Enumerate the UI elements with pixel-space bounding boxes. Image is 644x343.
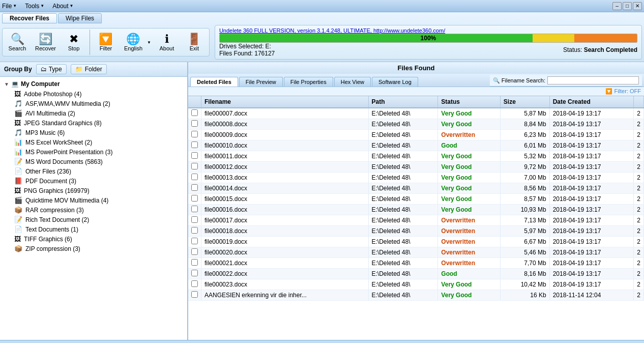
filter-button[interactable]: 🔽 Filter — [93, 33, 119, 52]
group-by-folder-button[interactable]: 📁 Folder — [71, 64, 107, 74]
row-checkbox[interactable] — [191, 280, 198, 287]
tree-item-icon: 🖼 — [14, 235, 21, 243]
stop-button[interactable]: ✖ Stop — [61, 33, 86, 52]
row-checkbox[interactable] — [191, 291, 198, 298]
language-button[interactable]: 🌐 English — [121, 33, 146, 52]
tree-item[interactable]: 🎵ASF,WMA,WMV Multimedia (2) — [0, 99, 187, 108]
row-checkbox[interactable] — [191, 141, 198, 148]
minimize-button[interactable]: – — [612, 2, 622, 10]
language-button-group[interactable]: 🌐 English ▼ — [121, 33, 152, 52]
tree-root-my-computer[interactable]: ▼ 💻 My Computer — [0, 79, 187, 89]
tab-recover-files[interactable]: Recover Files — [2, 13, 57, 23]
tree-item[interactable]: 🖼JPEG Standard Graphics (8) — [0, 118, 187, 128]
row-checkbox[interactable] — [191, 163, 198, 169]
tree-item[interactable]: 📊MS Excel WorkSheet (2) — [0, 137, 187, 147]
tree-item[interactable]: 🖼TIFF Graphics (6) — [0, 234, 187, 244]
menu-about[interactable]: About ▼ — [52, 3, 73, 10]
tree-item[interactable]: 📄Other Files (236) — [0, 166, 187, 176]
status-panel: Undelete 360 FULL VERSION, version 3.1.4… — [215, 25, 642, 60]
tree-item[interactable]: 🖼PNG Graphics (169979) — [0, 186, 187, 195]
row-checkbox[interactable] — [191, 184, 198, 191]
row-checkbox[interactable] — [191, 195, 198, 202]
row-checkbox[interactable] — [191, 174, 198, 180]
search-button[interactable]: 🔍 Search — [5, 33, 30, 52]
tab-row: Recover Files Wipe Files — [2, 13, 642, 23]
table-row[interactable]: file000007.docx E:\Deleted 48\ Very Good… — [188, 108, 644, 119]
menu-tools[interactable]: Tools ▼ — [25, 3, 44, 10]
col-date-created[interactable]: Date Created — [549, 96, 634, 108]
row-checkbox[interactable] — [191, 216, 198, 223]
row-filename: file000019.docx — [201, 237, 369, 247]
tree-item[interactable]: 📄Text Documents (1) — [0, 224, 187, 234]
row-checkbox[interactable] — [191, 206, 198, 212]
row-filename: file000023.docx — [201, 279, 369, 290]
table-row[interactable]: file000015.docx E:\Deleted 48\ Very Good… — [188, 194, 644, 205]
col-path[interactable]: Path — [368, 96, 438, 108]
group-by-label: Group By — [4, 66, 32, 73]
row-checkbox[interactable] — [191, 248, 198, 255]
tab-file-properties[interactable]: File Properties — [284, 77, 333, 87]
table-row[interactable]: file000009.docx E:\Deleted 48\ Overwritt… — [188, 130, 644, 140]
tab-file-preview[interactable]: File Preview — [239, 77, 283, 87]
exit-button[interactable]: 🚪 Exit — [182, 33, 207, 52]
row-checkbox[interactable] — [191, 109, 198, 116]
table-row[interactable]: file000012.docx E:\Deleted 48\ Very Good… — [188, 162, 644, 173]
maximize-button[interactable]: □ — [623, 2, 632, 10]
table-row[interactable]: file000011.docx E:\Deleted 48\ Very Good… — [188, 151, 644, 162]
table-row[interactable]: file000014.docx E:\Deleted 48\ Very Good… — [188, 183, 644, 194]
table-row[interactable]: file000021.docx E:\Deleted 48\ Overwritt… — [188, 258, 644, 269]
filename-search-input[interactable] — [547, 76, 639, 84]
row-path: E:\Deleted 48\ — [368, 215, 438, 226]
tab-deleted-files[interactable]: Deleted Files — [190, 77, 238, 87]
row-checkbox[interactable] — [191, 238, 198, 244]
tree-item[interactable]: 📦ZIP compression (3) — [0, 244, 187, 253]
col-filename[interactable]: Filename — [201, 96, 369, 108]
tree-item[interactable]: 📕PDF Document (3) — [0, 176, 187, 186]
tree-item[interactable]: 📊MS PowerPoint Presentation (3) — [0, 147, 187, 157]
row-checkbox[interactable] — [191, 152, 198, 159]
row-path: E:\Deleted 48\ — [368, 119, 438, 130]
tab-software-log[interactable]: Software Log — [372, 77, 418, 87]
table-row[interactable]: file000008.docx E:\Deleted 48\ Very Good… — [188, 119, 644, 130]
col-status[interactable]: Status — [438, 96, 500, 108]
table-row[interactable]: file000010.docx E:\Deleted 48\ Good 6,01… — [188, 140, 644, 151]
table-row[interactable]: file000023.docx E:\Deleted 48\ Very Good… — [188, 279, 644, 290]
recover-button[interactable]: 🔄 Recover — [32, 33, 59, 52]
row-checkbox[interactable] — [191, 131, 198, 137]
version-link[interactable]: Undelete 360 FULL VERSION, version 3.1.4… — [219, 27, 637, 34]
table-row[interactable]: file000016.docx E:\Deleted 48\ Very Good… — [188, 205, 644, 215]
tree-root-label: My Computer — [21, 80, 60, 88]
table-row[interactable]: file000018.docx E:\Deleted 48\ Overwritt… — [188, 226, 644, 237]
row-checkbox[interactable] — [191, 120, 198, 127]
tab-hex-view[interactable]: Hex View — [334, 77, 371, 87]
about-menu-arrow: ▼ — [70, 4, 74, 8]
tree-item[interactable]: 🎬AVI Multimedia (2) — [0, 108, 187, 118]
tree-item[interactable]: 🎵MP3 Music (6) — [0, 128, 187, 137]
col-size[interactable]: Size — [500, 96, 549, 108]
tree-item-label: ZIP compression (3) — [25, 245, 80, 252]
table-row[interactable]: AANGESIEN erkenning vir die inher... E:\… — [188, 290, 644, 301]
close-button[interactable]: ✕ — [633, 2, 642, 10]
group-by-type-button[interactable]: 🗂 Type — [36, 64, 67, 74]
row-checkbox[interactable] — [191, 270, 198, 276]
menu-file[interactable]: File ▼ — [2, 3, 17, 10]
tree-item[interactable]: 📝MS Word Documents (5863) — [0, 157, 187, 166]
tree-item[interactable]: 📦RAR compression (3) — [0, 205, 187, 215]
row-checkbox-cell — [188, 237, 201, 247]
table-row[interactable]: file000019.docx E:\Deleted 48\ Overwritt… — [188, 237, 644, 247]
tree-item[interactable]: 🎬Quicktime MOV Multimedia (4) — [0, 195, 187, 205]
table-row[interactable]: file000013.docx E:\Deleted 48\ Very Good… — [188, 173, 644, 183]
tree-item[interactable]: 📝Rich Text Document (2) — [0, 215, 187, 224]
table-row[interactable]: file000020.docx E:\Deleted 48\ Overwritt… — [188, 247, 644, 258]
tree-items-container: 🖼Adobe Photoshop (4)🎵ASF,WMA,WMV Multime… — [0, 89, 187, 253]
tab-wipe-files[interactable]: Wipe Files — [58, 13, 102, 23]
row-checkbox[interactable] — [191, 259, 198, 266]
language-arrow[interactable]: ▼ — [146, 40, 152, 45]
table-row[interactable]: file000022.docx E:\Deleted 48\ Good 8,16… — [188, 269, 644, 279]
about-button[interactable]: ℹ About — [154, 33, 180, 52]
col-checkbox[interactable] — [188, 96, 201, 108]
tree-item[interactable]: 🖼Adobe Photoshop (4) — [0, 89, 187, 99]
table-row[interactable]: file000017.docx E:\Deleted 48\ Overwritt… — [188, 215, 644, 226]
row-checkbox[interactable] — [191, 227, 198, 234]
tree-item-label: RAR compression (3) — [25, 207, 84, 214]
